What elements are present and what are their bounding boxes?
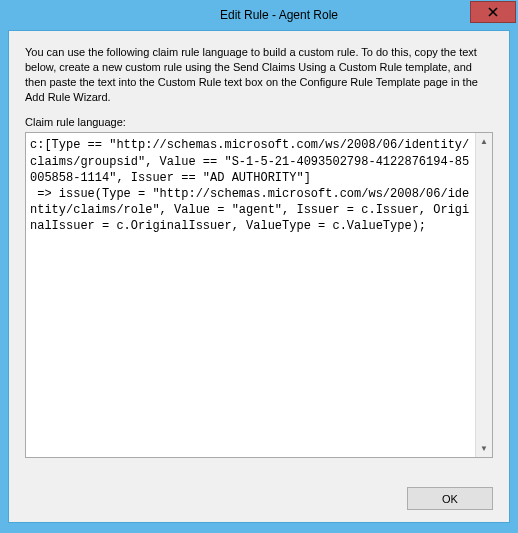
scroll-up-button[interactable]: ▲: [476, 133, 492, 150]
close-button[interactable]: [470, 1, 516, 23]
instructions-text: You can use the following claim rule lan…: [25, 45, 493, 104]
field-label: Claim rule language:: [25, 116, 493, 128]
ok-button[interactable]: OK: [407, 487, 493, 510]
button-row: OK: [407, 487, 493, 510]
dialog-body: You can use the following claim rule lan…: [8, 30, 510, 523]
scrollbar[interactable]: ▲ ▼: [475, 133, 492, 457]
close-icon: [488, 7, 498, 17]
dialog-window: Edit Rule - Agent Role You can use the f…: [0, 0, 518, 533]
claim-rule-textarea[interactable]: [26, 133, 475, 457]
dialog-title: Edit Rule - Agent Role: [0, 8, 518, 22]
titlebar: Edit Rule - Agent Role: [0, 0, 518, 30]
rule-text-container: ▲ ▼: [25, 132, 493, 458]
chevron-up-icon: ▲: [480, 137, 488, 146]
chevron-down-icon: ▼: [480, 444, 488, 453]
scroll-down-button[interactable]: ▼: [476, 440, 492, 457]
